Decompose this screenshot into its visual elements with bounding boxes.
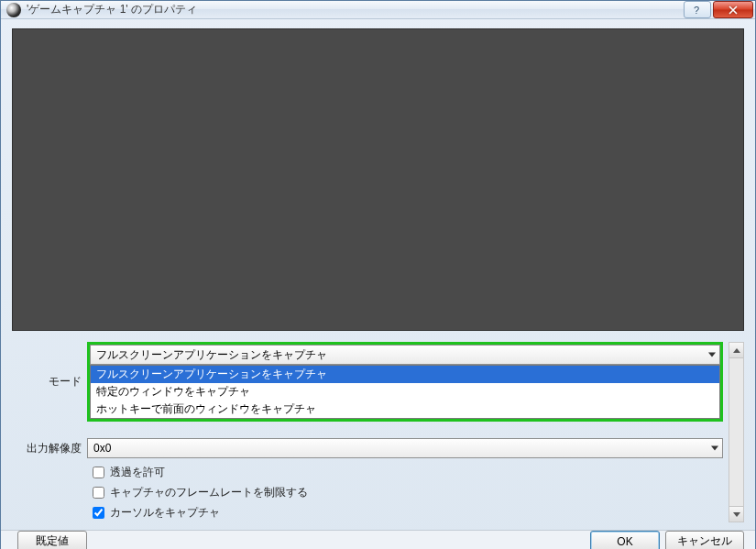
scroll-down-button[interactable] bbox=[729, 506, 743, 522]
mode-combobox-value: フルスクリーンアプリケーションをキャプチャ bbox=[96, 347, 327, 363]
mode-option[interactable]: フルスクリーンアプリケーションをキャプチャ bbox=[91, 366, 719, 383]
scroll-up-button[interactable] bbox=[729, 343, 743, 358]
limit-framerate-checkbox[interactable] bbox=[93, 487, 104, 499]
allow-transparency-checkbox[interactable] bbox=[93, 467, 104, 478]
allow-transparency-label: 透過を許可 bbox=[110, 465, 165, 480]
mode-option[interactable]: 特定のウィンドウをキャプチャ bbox=[91, 383, 719, 401]
app-icon bbox=[6, 3, 21, 17]
defaults-button[interactable]: 既定値 bbox=[17, 531, 87, 549]
mode-label: モード bbox=[12, 374, 87, 390]
preview-area bbox=[12, 28, 744, 331]
svg-text:?: ? bbox=[694, 5, 699, 16]
ok-button[interactable]: OK bbox=[590, 531, 660, 549]
titlebar[interactable]: 'ゲームキャプチャ 1' のプロパティ ? bbox=[1, 1, 755, 19]
capture-cursor-label: カーソルをキャプチャ bbox=[110, 505, 220, 521]
properties-dialog: 'ゲームキャプチャ 1' のプロパティ ? モード フルスクリーンアプリケーショ… bbox=[0, 0, 756, 549]
close-button[interactable] bbox=[713, 1, 753, 18]
cancel-button[interactable]: キャンセル bbox=[665, 531, 744, 549]
resolution-label: 出力解像度 bbox=[12, 441, 87, 456]
mode-option[interactable]: ホットキーで前面のウィンドウをキャプチャ bbox=[91, 401, 719, 418]
chevron-down-icon bbox=[708, 353, 716, 357]
mode-dropdown[interactable]: フルスクリーンアプリケーションをキャプチャ 特定のウィンドウをキャプチャ ホット… bbox=[90, 365, 720, 419]
limit-framerate-label: キャプチャのフレームレートを制限する bbox=[110, 485, 308, 500]
chevron-down-icon bbox=[733, 512, 740, 517]
mode-combobox[interactable]: フルスクリーンアプリケーションをキャプチャ bbox=[90, 345, 720, 365]
help-button[interactable]: ? bbox=[684, 1, 711, 18]
mode-highlight: フルスクリーンアプリケーションをキャプチャ フルスクリーンアプリケーションをキャ… bbox=[87, 342, 723, 422]
vertical-scrollbar[interactable] bbox=[729, 342, 744, 522]
chevron-down-icon bbox=[711, 446, 718, 451]
resolution-combobox[interactable]: 0x0 bbox=[87, 438, 723, 458]
resolution-value: 0x0 bbox=[93, 442, 111, 455]
window-title: 'ゲームキャプチャ 1' のプロパティ bbox=[27, 2, 684, 17]
capture-cursor-checkbox[interactable] bbox=[93, 507, 104, 519]
chevron-up-icon bbox=[733, 348, 740, 353]
dialog-footer: 既定値 OK キャンセル bbox=[1, 530, 755, 549]
